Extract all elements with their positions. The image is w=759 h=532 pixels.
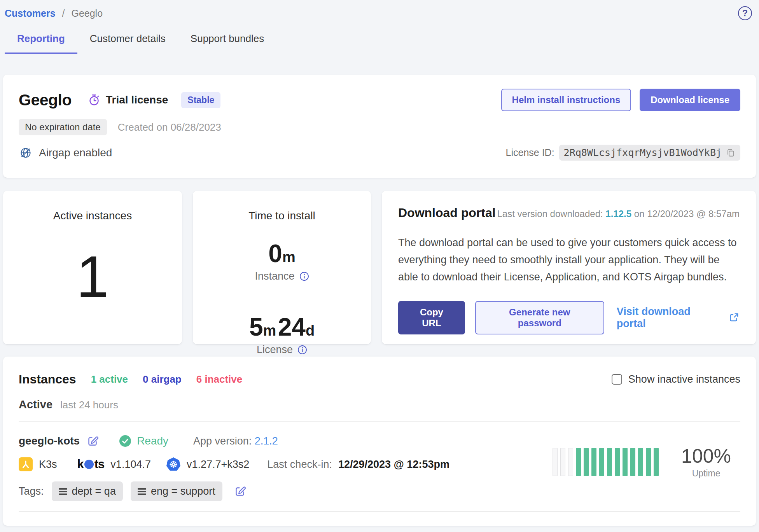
- uptime-bar: [599, 448, 604, 476]
- uptime-bar: [646, 448, 651, 476]
- distro-label: K3s: [39, 458, 57, 471]
- active-instances-card: Active instances 1: [3, 191, 182, 344]
- created-date: Created on 06/28/2023: [118, 121, 221, 133]
- kots-logo-o: [84, 460, 94, 469]
- tab-support-bundles[interactable]: Support bundles: [178, 26, 276, 54]
- kots-version: v1.104.7: [110, 458, 151, 471]
- show-inactive-checkbox[interactable]: [612, 374, 622, 385]
- instances-card: Instances 1 active 0 airgap 6 inactive S…: [3, 357, 756, 526]
- breadcrumb-row: Customers / Geeglo ?: [0, 0, 759, 20]
- active-instances-title: Active instances: [53, 210, 132, 222]
- license-time-value-2: 24: [278, 313, 306, 341]
- customer-bottom-row: Airgap enabled License ID: 2Rq8WLcsjfxqr…: [19, 145, 740, 161]
- uptime-summary: 100% Uptime: [681, 445, 731, 479]
- tab-bar: Reporting Customer details Support bundl…: [0, 26, 759, 54]
- last-version-link[interactable]: 1.12.5: [605, 208, 631, 219]
- tab-customer-details[interactable]: Customer details: [77, 26, 178, 54]
- kots-logo: kts: [77, 457, 105, 471]
- trial-timer-icon: [88, 93, 100, 107]
- kots-logo-ts: ts: [94, 457, 105, 471]
- download-portal-title: Download portal: [398, 206, 496, 220]
- uptime-value: 100%: [681, 445, 731, 467]
- download-portal-header: Download portal Last version downloaded:…: [398, 206, 740, 220]
- uptime-bar: [591, 448, 596, 476]
- airgap-globe-icon: [19, 146, 33, 160]
- show-inactive-group: Show inactive instances: [612, 373, 740, 385]
- breadcrumb: Customers / Geeglo: [5, 8, 103, 19]
- instance-info-icon[interactable]: [299, 271, 309, 281]
- external-link-icon: [728, 312, 740, 324]
- time-to-install-title: Time to install: [248, 210, 315, 222]
- download-portal-description: The download portal can be used to give …: [398, 234, 740, 285]
- instance-name: geeglo-kots: [19, 435, 80, 447]
- instance-time-label: Instance: [255, 270, 294, 282]
- instance-time-value: 0: [268, 240, 282, 268]
- instances-card-footer-space: [19, 512, 740, 526]
- instance-row: geeglo-kots: [19, 422, 740, 511]
- airgap-count: 0 airgap: [143, 373, 182, 385]
- uptime-bars: [553, 448, 659, 476]
- license-type-label: Trial license: [106, 94, 168, 106]
- tags-label: Tags:: [19, 485, 44, 497]
- uptime-bar: [560, 448, 565, 476]
- last-checkin-value: 12/29/2023 @ 12:53pm: [338, 458, 449, 471]
- active-section-header: Active last 24 hours: [19, 398, 740, 411]
- uptime-bar: [623, 448, 628, 476]
- page: Customers / Geeglo ? Reporting Customer …: [0, 0, 759, 532]
- uptime-label: Uptime: [692, 468, 721, 479]
- license-id-value: 2Rq8WLcsjfxqrMysjvB1WodYkBj: [564, 147, 722, 158]
- breadcrumb-customers-link[interactable]: Customers: [5, 8, 56, 19]
- copy-url-button[interactable]: Copy URL: [398, 301, 465, 334]
- breadcrumb-separator: /: [62, 8, 65, 19]
- edit-instance-name-icon[interactable]: [87, 435, 99, 447]
- edit-tags-icon[interactable]: [234, 485, 246, 497]
- download-license-button[interactable]: Download license: [640, 89, 740, 111]
- license-time-value-1: 5: [249, 313, 263, 341]
- customer-name: Geeglo: [19, 91, 72, 109]
- uptime-bar: [568, 448, 573, 476]
- customer-title-row: Geeglo Trial license Stable Helm install…: [19, 89, 740, 111]
- generate-new-password-button[interactable]: Generate new password: [475, 301, 604, 334]
- active-section-sublabel: last 24 hours: [60, 399, 118, 411]
- help-icon[interactable]: ?: [738, 6, 752, 20]
- instance-details: geeglo-kots: [19, 435, 553, 501]
- expiration-badge: No expiration date: [19, 119, 107, 135]
- license-id-label: License ID:: [506, 147, 554, 158]
- last-checkin-label: Last check-in:: [267, 458, 332, 471]
- copy-icon[interactable]: [726, 148, 736, 158]
- license-id-group: License ID: 2Rq8WLcsjfxqrMysjvB1WodYkBj: [506, 145, 740, 161]
- last-version-label: Last version downloaded:: [497, 208, 603, 219]
- visit-download-portal-link[interactable]: Visit download portal: [617, 306, 740, 330]
- license-info-icon[interactable]: [297, 345, 307, 355]
- channel-badge: Stable: [181, 92, 220, 108]
- license-type: Trial license: [88, 93, 168, 107]
- app-version-label: App version:: [193, 435, 252, 447]
- license-time-unit-1: m: [263, 322, 276, 339]
- customer-meta-row: No expiration date Created on 06/28/2023: [19, 119, 740, 135]
- tag-bars-icon: [59, 488, 67, 495]
- instances-title: Instances: [19, 372, 76, 387]
- k8s-version: v1.27.7+k3s2: [187, 458, 249, 471]
- tag-bars-icon: [138, 488, 146, 495]
- tab-reporting[interactable]: Reporting: [5, 26, 77, 54]
- show-inactive-label: Show inactive instances: [628, 373, 740, 385]
- active-count: 1 active: [91, 373, 128, 385]
- app-version-link[interactable]: 2.1.2: [255, 435, 278, 447]
- tag-label: eng = support: [151, 485, 215, 497]
- kots-logo-k: k: [77, 457, 84, 471]
- helm-install-instructions-button[interactable]: Helm install instructions: [501, 89, 631, 111]
- stats-row: Active instances 1 Time to install 0m In…: [3, 191, 756, 344]
- license-id-pill: 2Rq8WLcsjfxqrMysjvB1WodYkBj: [559, 145, 740, 161]
- instance-install-time: 0m Instance: [255, 222, 309, 282]
- tag-label: dept = qa: [72, 485, 116, 497]
- instance-status: Ready: [119, 435, 168, 447]
- inactive-count: 6 inactive: [196, 373, 243, 385]
- license-install-time: 5m 24d License: [249, 296, 315, 356]
- download-portal-actions: Copy URL Generate new password Visit dow…: [398, 301, 740, 334]
- customer-actions: Helm install instructions Download licen…: [501, 89, 740, 111]
- k3s-icon: [19, 457, 33, 471]
- uptime-bar: [615, 448, 620, 476]
- breadcrumb-current: Geeglo: [71, 8, 103, 19]
- uptime-bar: [638, 448, 643, 476]
- instances-header: Instances 1 active 0 airgap 6 inactive S…: [19, 372, 740, 387]
